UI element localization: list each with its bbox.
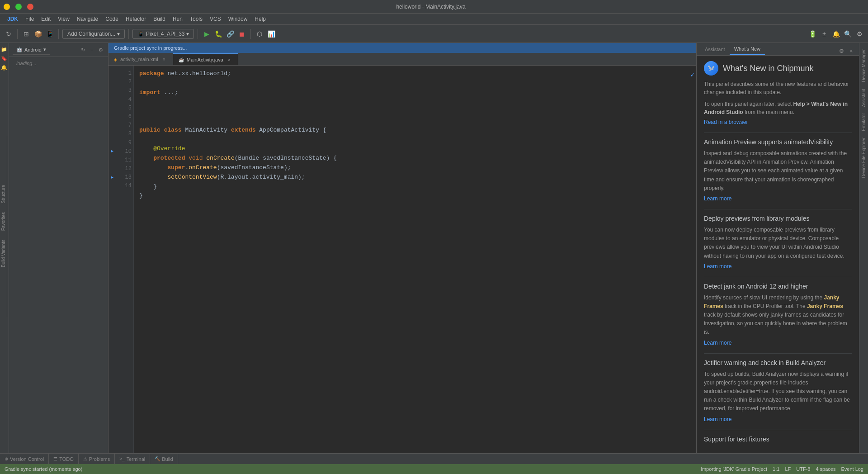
code-line-11: super.onCreate(savedInstanceState); bbox=[139, 163, 682, 173]
emulator-strip[interactable]: Emulator bbox=[860, 110, 867, 134]
section-divider-2 bbox=[704, 209, 852, 209]
read-in-browser-link[interactable]: Read in a browser bbox=[704, 119, 852, 125]
bottom-panel: ⊕ Version Control ☰ TODO ⚠ Problems >_ T… bbox=[0, 453, 868, 464]
version-control-tab[interactable]: ⊕ Version Control bbox=[0, 454, 49, 464]
power-save-icon[interactable]: 🔋 bbox=[807, 29, 817, 39]
gutter-line-13: ▶ bbox=[109, 173, 115, 182]
sync-icon[interactable]: ↻ bbox=[4, 29, 14, 39]
tab-activity-main-xml[interactable]: ◈ activity_main.xml × bbox=[108, 53, 173, 65]
fold-arrow-13[interactable]: ▶ bbox=[111, 174, 113, 181]
attach-icon[interactable]: 🔗 bbox=[225, 29, 235, 39]
file-encoding[interactable]: UTF-8 bbox=[796, 466, 810, 472]
device-manager-strip[interactable]: Device Manager bbox=[860, 47, 867, 85]
collapse-icon[interactable]: − bbox=[88, 46, 95, 53]
build-tab[interactable]: 🔨 Build bbox=[150, 454, 178, 464]
chipmunk-logo: 🐿 bbox=[704, 61, 718, 76]
run-coverage-icon[interactable]: ⬡ bbox=[255, 29, 264, 39]
main-layout: 📁 🔖 🔔 🤖 Android ▾ ↻ − ⚙ loading... Gradl… bbox=[0, 43, 868, 453]
settings-rp-icon[interactable]: ⚙ bbox=[837, 47, 845, 55]
tab-whats-new[interactable]: What's New bbox=[730, 43, 765, 55]
indent-setting[interactable]: 4 spaces bbox=[816, 466, 835, 472]
assistant-strip[interactable]: Assistant bbox=[860, 86, 867, 110]
sdk-manager-icon[interactable]: 📦 bbox=[33, 29, 43, 39]
menu-help[interactable]: Help bbox=[251, 15, 269, 23]
learn-more-2[interactable]: Learn more bbox=[704, 263, 852, 270]
gutter: ▶ ▶ bbox=[108, 66, 116, 453]
menu-vcs[interactable]: VCS bbox=[206, 15, 225, 23]
whats-new-content[interactable]: 🐿 What's New in Chipmunk This panel desc… bbox=[697, 56, 859, 453]
section-title-5: Support for test fixtures bbox=[704, 436, 852, 443]
build-variants-label[interactable]: Build Variants bbox=[0, 237, 7, 270]
status-right: Importing 'JDK' Gradle Project 1:1 LF UT… bbox=[701, 466, 863, 472]
run-icon[interactable]: ▶ bbox=[202, 29, 212, 39]
sync-project-icon[interactable]: ↻ bbox=[79, 46, 86, 53]
notifications-side-icon[interactable]: 🔔 bbox=[0, 63, 9, 71]
code-content[interactable]: package net.xx.helloworld; import ...; p… bbox=[134, 66, 687, 453]
tab-mainactivity-java[interactable]: ☕ MainActivity.java × bbox=[173, 53, 238, 65]
todo-label: TODO bbox=[59, 456, 74, 462]
favorites-label[interactable]: Favorites bbox=[0, 209, 7, 233]
fold-arrow-10[interactable]: ▶ bbox=[111, 148, 113, 155]
menu-file[interactable]: File bbox=[22, 15, 38, 23]
gutter-line-1 bbox=[109, 69, 115, 78]
learn-more-4[interactable]: Learn more bbox=[704, 416, 852, 422]
gutter-line-14 bbox=[109, 182, 115, 190]
event-log[interactable]: Event Log bbox=[841, 466, 863, 472]
android-view-dropdown[interactable]: 🤖 Android ▾ bbox=[13, 45, 50, 55]
code-line-13: } bbox=[139, 182, 682, 192]
section-divider-3 bbox=[704, 277, 852, 277]
janky-frames-2: Janky Frames bbox=[807, 303, 843, 309]
menu-navigate[interactable]: Navigate bbox=[73, 15, 102, 23]
whats-new-header: 🐿 What's New in Chipmunk bbox=[704, 61, 852, 76]
device-selector-button[interactable]: 📱 Pixel_4_API_33 ▾ bbox=[132, 29, 194, 39]
problems-tab[interactable]: ⚠ Problems bbox=[79, 454, 115, 464]
menu-build[interactable]: Build bbox=[150, 15, 169, 23]
cursor-position[interactable]: 1:1 bbox=[773, 466, 779, 472]
bottom-tabs: ⊕ Version Control ☰ TODO ⚠ Problems >_ T… bbox=[0, 454, 178, 464]
close-button[interactable]: × bbox=[27, 4, 33, 10]
android-label: Android bbox=[24, 47, 42, 52]
add-configuration-button[interactable]: Add Configuration... ▾ bbox=[62, 29, 125, 39]
menu-view[interactable]: View bbox=[54, 15, 73, 23]
structure-label[interactable]: Structure bbox=[0, 182, 7, 206]
debug-icon[interactable]: 🐛 bbox=[213, 29, 223, 39]
tab-close-main[interactable]: × bbox=[226, 57, 232, 63]
vcs-status-icon[interactable]: ± bbox=[819, 29, 829, 39]
learn-more-3[interactable]: Learn more bbox=[704, 340, 852, 346]
section-divider-4 bbox=[704, 353, 852, 354]
importing-status[interactable]: Importing 'JDK' Gradle Project bbox=[701, 466, 767, 472]
menu-jdk[interactable]: JDK bbox=[4, 15, 22, 23]
gutter-line-2 bbox=[109, 78, 115, 86]
device-file-explorer-strip[interactable]: Device File Explorer bbox=[860, 135, 867, 180]
project-view-icon[interactable]: 📁 bbox=[0, 45, 9, 53]
status-left: Gradle sync started (moments ago) bbox=[5, 466, 82, 472]
terminal-tab[interactable]: >_ Terminal bbox=[115, 454, 150, 464]
code-line-14: } bbox=[139, 191, 682, 201]
menu-run[interactable]: Run bbox=[169, 15, 186, 23]
menu-refactor[interactable]: Refactor bbox=[122, 15, 150, 23]
settings-icon[interactable]: ⚙ bbox=[854, 29, 864, 39]
profile-icon[interactable]: 📊 bbox=[266, 29, 276, 39]
stop-icon[interactable]: ◼ bbox=[237, 29, 247, 39]
close-rp-icon[interactable]: × bbox=[847, 47, 855, 55]
learn-more-1[interactable]: Learn more bbox=[704, 195, 852, 202]
menu-code[interactable]: Code bbox=[102, 15, 122, 23]
minimize-button[interactable]: − bbox=[4, 4, 10, 10]
code-editor[interactable]: ▶ ▶ 123456 789101112 1314 package net.xx… bbox=[108, 66, 696, 453]
bookmarks-icon[interactable]: 🔖 bbox=[0, 54, 9, 62]
avd-manager-icon[interactable]: 📱 bbox=[45, 29, 55, 39]
tab-close-activity[interactable]: × bbox=[161, 56, 167, 62]
section-divider-5 bbox=[704, 430, 852, 430]
build-label: Build bbox=[162, 456, 173, 462]
search-everywhere-icon[interactable]: 🔍 bbox=[843, 29, 853, 39]
project-structure-icon[interactable]: ⊞ bbox=[21, 29, 31, 39]
todo-tab[interactable]: ☰ TODO bbox=[49, 454, 79, 464]
menu-edit[interactable]: Edit bbox=[38, 15, 54, 23]
notifications-icon[interactable]: 🔔 bbox=[831, 29, 841, 39]
settings-panel-icon[interactable]: ⚙ bbox=[97, 46, 104, 53]
tab-assistant[interactable]: Assistant bbox=[700, 43, 730, 55]
maximize-button[interactable]: □ bbox=[15, 4, 22, 10]
line-separator[interactable]: LF bbox=[785, 466, 791, 472]
menu-tools[interactable]: Tools bbox=[186, 15, 206, 23]
menu-window[interactable]: Window bbox=[225, 15, 251, 23]
